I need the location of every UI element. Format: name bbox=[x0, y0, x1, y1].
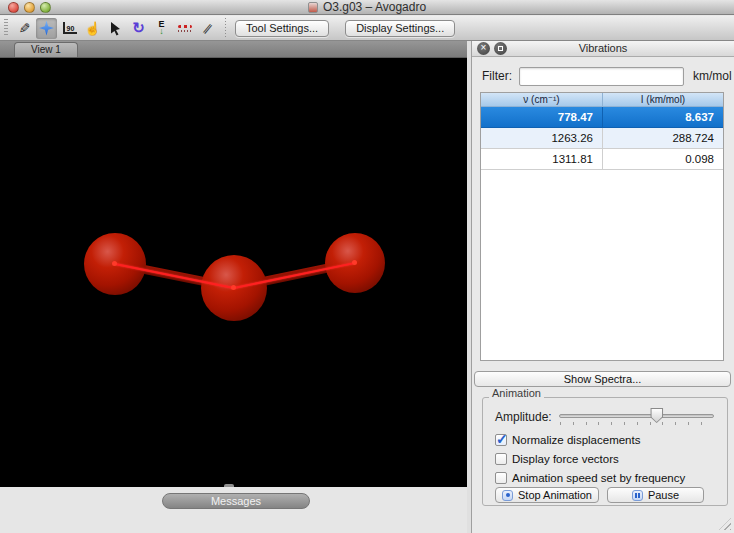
bottom-strip: Messages bbox=[0, 487, 467, 533]
rotate-icon: ↻ bbox=[132, 19, 145, 37]
window-resize-grip[interactable] bbox=[719, 518, 731, 530]
display-force-vectors-option[interactable]: Display force vectors bbox=[495, 453, 619, 465]
filter-input[interactable] bbox=[519, 67, 684, 86]
intensity-cell: 288.724 bbox=[603, 128, 723, 148]
tool-settings-button[interactable]: Tool Settings... bbox=[235, 20, 329, 37]
minimize-window-button[interactable] bbox=[24, 2, 35, 13]
messages-button[interactable]: Messages bbox=[162, 493, 310, 509]
vibrations-panel: × Vibrations Filter: km/mol ν (cm⁻¹) I (… bbox=[471, 41, 734, 533]
stop-animation-button[interactable]: Stop Animation bbox=[495, 487, 599, 503]
tab-view-1[interactable]: View 1 bbox=[14, 42, 78, 57]
table-header-row: ν (cm⁻¹) I (km/mol) bbox=[481, 93, 723, 107]
table-row[interactable]: 1311.81 0.098 bbox=[481, 149, 723, 170]
tool-buttons: ✎ 90 ☝ ↻ E ↓ ∥ bbox=[13, 18, 218, 39]
toolbar-drag-handle[interactable] bbox=[4, 19, 8, 37]
table-empty-area bbox=[481, 170, 723, 360]
angle-90-icon: 90 bbox=[63, 22, 77, 34]
amplitude-slider-track[interactable] bbox=[559, 414, 714, 418]
show-spectra-button[interactable]: Show Spectra... bbox=[474, 371, 731, 387]
animation-speed-option[interactable]: Animation speed set by frequency bbox=[495, 472, 685, 484]
view-column: View 1 Messages bbox=[0, 41, 467, 533]
vibration-dot-2 bbox=[231, 285, 236, 290]
table-row[interactable]: 778.47 8.637 bbox=[481, 107, 723, 128]
table-row[interactable]: 1263.26 288.724 bbox=[481, 128, 723, 149]
panel-float-button[interactable] bbox=[494, 42, 507, 55]
draw-tool-button[interactable]: ✎ bbox=[13, 18, 34, 39]
panel-title: Vibrations bbox=[472, 41, 734, 56]
pause-icon bbox=[632, 490, 643, 501]
hand-icon: ☝ bbox=[84, 21, 100, 36]
amplitude-slider[interactable] bbox=[559, 408, 714, 428]
align-tool-button[interactable]: ∥ bbox=[197, 18, 218, 39]
animation-group: Amplitude: Normalize displacements Displ… bbox=[482, 397, 728, 506]
filter-label: Filter: bbox=[482, 69, 512, 83]
bond-centric-tool-button[interactable]: 90 bbox=[59, 18, 80, 39]
green-down-arrow-icon: ↓ bbox=[159, 28, 164, 35]
stop-icon bbox=[502, 490, 513, 501]
checkbox-label: Normalize displacements bbox=[512, 434, 640, 446]
display-force-vectors-checkbox[interactable] bbox=[495, 453, 507, 465]
pencil-icon: ✎ bbox=[15, 22, 31, 34]
avogadro-window: O3.g03 – Avogadro ✎ 90 ☝ ↻ E ↓ ∥ bbox=[0, 0, 734, 533]
align-lines-icon: ∥ bbox=[201, 21, 214, 34]
vibrations-table: ν (cm⁻¹) I (km/mol) 778.47 8.637 1263.26… bbox=[480, 92, 724, 361]
zoom-window-button[interactable] bbox=[40, 2, 51, 13]
select-tool-button[interactable] bbox=[105, 18, 126, 39]
units-label: km/mol bbox=[693, 69, 732, 83]
document-icon bbox=[308, 2, 318, 13]
gl-viewport[interactable] bbox=[0, 58, 467, 487]
navigate-star-icon bbox=[39, 21, 54, 36]
amplitude-slider-ticks bbox=[560, 422, 714, 425]
animation-speed-checkbox[interactable] bbox=[495, 472, 507, 484]
close-window-button[interactable] bbox=[8, 2, 19, 13]
amplitude-slider-thumb[interactable] bbox=[650, 408, 663, 423]
vibrations-panel-header: × Vibrations bbox=[472, 41, 734, 57]
toolbar-separator bbox=[225, 18, 226, 38]
auto-optimize-tool-button[interactable]: E ↓ bbox=[151, 18, 172, 39]
measure-tool-button[interactable] bbox=[174, 18, 195, 39]
filter-row: Filter: km/mol bbox=[482, 65, 727, 87]
cursor-arrow-icon bbox=[108, 21, 123, 36]
panel-close-button[interactable]: × bbox=[477, 42, 490, 55]
title-bar: O3.g03 – Avogadro bbox=[0, 0, 734, 15]
column-header-frequency[interactable]: ν (cm⁻¹) bbox=[481, 93, 603, 106]
animation-group-label: Animation bbox=[489, 387, 544, 399]
column-header-intensity[interactable]: I (km/mol) bbox=[603, 93, 723, 106]
optimize-icon: E ↓ bbox=[158, 21, 164, 35]
frequency-cell: 1311.81 bbox=[481, 149, 603, 169]
vibration-dot-3 bbox=[352, 260, 357, 265]
display-settings-button[interactable]: Display Settings... bbox=[345, 20, 455, 37]
vibration-dot-1 bbox=[112, 261, 117, 266]
pause-button[interactable]: Pause bbox=[607, 487, 704, 503]
auto-rotate-tool-button[interactable]: ↻ bbox=[128, 18, 149, 39]
window-title: O3.g03 – Avogadro bbox=[0, 0, 734, 15]
normalize-displacements-option[interactable]: Normalize displacements bbox=[495, 434, 640, 446]
checkbox-label: Display force vectors bbox=[512, 453, 619, 465]
close-icon: × bbox=[481, 43, 487, 53]
frequency-cell: 1263.26 bbox=[481, 128, 603, 148]
traffic-lights bbox=[8, 2, 51, 13]
amplitude-label: Amplitude: bbox=[495, 410, 552, 424]
messages-splitter-handle[interactable] bbox=[224, 484, 234, 487]
frequency-cell: 778.47 bbox=[481, 107, 603, 127]
normalize-displacements-checkbox[interactable] bbox=[495, 434, 507, 446]
toolbar: ✎ 90 ☝ ↻ E ↓ ∥ Tool Settings... Display … bbox=[0, 16, 734, 41]
measure-ruler-icon bbox=[178, 25, 192, 32]
intensity-cell: 8.637 bbox=[603, 107, 723, 127]
view-tab-bar: View 1 bbox=[0, 41, 467, 58]
float-icon bbox=[498, 46, 503, 51]
checkbox-label: Animation speed set by frequency bbox=[512, 472, 685, 484]
navigate-tool-button[interactable] bbox=[36, 18, 57, 39]
intensity-cell: 0.098 bbox=[603, 149, 723, 169]
manipulate-tool-button[interactable]: ☝ bbox=[82, 18, 103, 39]
